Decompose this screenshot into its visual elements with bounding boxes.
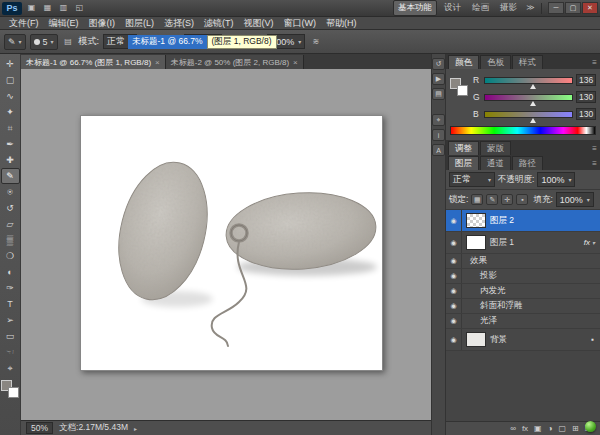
document-tab-1[interactable]: 未标题-1 @ 66.7% (图层 1, RGB/8) × — [21, 55, 166, 69]
quick-selection-tool[interactable]: ✦ — [1, 104, 20, 120]
eyedropper-tool[interactable]: ✒ — [1, 136, 20, 152]
maximize-button[interactable]: ▢ — [565, 2, 581, 14]
status-options-arrow-icon[interactable]: ▸ — [134, 425, 137, 432]
clone-stamp-tool[interactable]: ⍟ — [1, 184, 20, 200]
healing-brush-tool[interactable]: ✚ — [1, 152, 20, 168]
fill-select[interactable]: 100% ▾ — [556, 192, 594, 207]
tab-color[interactable]: 颜色 — [448, 55, 479, 69]
visibility-toggle[interactable]: ◉ — [446, 314, 462, 328]
document-tab-2[interactable]: 未标题-2 @ 50% (图层 2, RGB/8) × — [166, 55, 304, 69]
zoom-level-field[interactable]: 50% — [26, 422, 53, 434]
hand-tool[interactable]: ☜ — [1, 344, 20, 360]
history-panel-button[interactable]: ↺ — [432, 58, 445, 70]
layer-row-layer1[interactable]: ◉ 图层 1 fx ▾ — [446, 232, 600, 254]
effect-row-satin[interactable]: ◉ 光泽 — [446, 314, 600, 329]
workspace-painting-button[interactable]: 绘画 — [468, 1, 493, 15]
path-selection-tool[interactable]: ➢ — [1, 312, 20, 328]
menu-file[interactable]: 文件(F) — [4, 17, 44, 30]
blur-tool[interactable]: ❍ — [1, 248, 20, 264]
collapse-effects-icon[interactable]: ▾ — [592, 239, 595, 246]
document-canvas[interactable] — [80, 115, 383, 371]
menu-select[interactable]: 选择(S) — [159, 17, 199, 30]
styles-panel-button[interactable]: ▤ — [432, 88, 445, 100]
visibility-toggle[interactable]: ◉ — [446, 232, 462, 253]
layer-style-button[interactable]: fx — [522, 424, 528, 433]
lasso-tool[interactable]: ∿ — [1, 88, 20, 104]
visibility-toggle[interactable]: ◉ — [446, 254, 462, 268]
tab-channels[interactable]: 通道 — [480, 156, 511, 170]
bridge-icon[interactable]: ▣ — [25, 2, 38, 14]
lock-pixels-button[interactable]: ✎ — [486, 194, 498, 205]
blend-mode-select[interactable]: 正常 ▾ — [449, 172, 495, 187]
red-value-field[interactable]: 136 — [576, 74, 596, 86]
add-mask-button[interactable]: ▣ — [534, 424, 542, 433]
dodge-tool[interactable]: ◐ — [1, 264, 20, 280]
blue-slider[interactable] — [484, 111, 573, 118]
new-layer-button[interactable]: ⊞ — [572, 424, 579, 433]
info-panel-button[interactable]: i — [432, 129, 445, 141]
menu-edit[interactable]: 编辑(E) — [44, 17, 84, 30]
visibility-toggle[interactable]: ◉ — [446, 210, 462, 231]
layer-thumbnail[interactable] — [466, 213, 486, 228]
link-layers-button[interactable]: ∞ — [510, 424, 516, 433]
visibility-toggle[interactable]: ◉ — [446, 284, 462, 298]
effect-row-inner-glow[interactable]: ◉ 内发光 — [446, 284, 600, 299]
actions-panel-button[interactable]: ▶ — [432, 73, 445, 85]
lock-all-button[interactable]: ▪ — [516, 194, 528, 205]
history-brush-tool[interactable]: ↺ — [1, 200, 20, 216]
layer-thumbnail[interactable] — [466, 235, 486, 250]
workspace-overflow-icon[interactable]: ≫ — [524, 2, 537, 14]
blue-value-field[interactable]: 130 — [576, 108, 596, 120]
visibility-toggle[interactable]: ◉ — [446, 329, 462, 350]
background-color-swatch[interactable] — [457, 85, 468, 96]
layer-row-background[interactable]: ◉ 背景 ▪ — [446, 329, 600, 351]
red-slider[interactable] — [484, 77, 573, 84]
layer-style-badge[interactable]: fx ▾ — [584, 238, 595, 247]
panel-menu-icon[interactable]: ≡ — [592, 58, 600, 69]
effects-header-row[interactable]: ◉ 效果 — [446, 254, 600, 269]
pen-tool[interactable]: ✑ — [1, 280, 20, 296]
new-group-button[interactable]: ▢ — [559, 424, 567, 433]
visibility-toggle[interactable]: ◉ — [446, 299, 462, 313]
brush-tool[interactable]: ✎ — [1, 168, 20, 184]
tab-layers[interactable]: 图层 — [448, 156, 479, 170]
gradient-tool[interactable]: ▒ — [1, 232, 20, 248]
character-panel-button[interactable]: A — [432, 144, 445, 156]
tab-close-icon[interactable]: × — [293, 58, 298, 67]
workspace-design-button[interactable]: 设计 — [440, 1, 465, 15]
close-button[interactable]: ✕ — [582, 2, 598, 14]
panel-menu-icon[interactable]: ≡ — [592, 144, 600, 155]
toggle-brush-panel-button[interactable]: ▤ — [62, 36, 75, 48]
layer-row-layer2[interactable]: ◉ 图层 2 — [446, 210, 600, 232]
canvas-workspace[interactable] — [21, 69, 431, 420]
layer-thumbnail[interactable] — [466, 332, 486, 347]
type-tool[interactable]: T — [1, 296, 20, 312]
menu-help[interactable]: 帮助(H) — [321, 17, 362, 30]
panel-menu-icon[interactable]: ≡ — [592, 159, 600, 170]
workspace-basic-button[interactable]: 基本功能 — [393, 0, 437, 16]
lock-position-button[interactable]: ✛ — [501, 194, 513, 205]
minimize-button[interactable]: ─ — [548, 2, 564, 14]
color-spectrum-ramp[interactable] — [450, 126, 596, 135]
tab-paths[interactable]: 路径 — [512, 156, 543, 170]
navigator-panel-button[interactable]: ⌖ — [432, 114, 445, 126]
lock-transparency-button[interactable]: ▦ — [471, 194, 483, 205]
move-tool[interactable]: ✛ — [1, 56, 20, 72]
tab-adjustments[interactable]: 调整 — [448, 141, 479, 155]
view-extras-icon[interactable]: ▦ — [41, 2, 54, 14]
effect-row-bevel-emboss[interactable]: ◉ 斜面和浮雕 — [446, 299, 600, 314]
crop-tool[interactable]: ⌗ — [1, 120, 20, 136]
workspace-photography-button[interactable]: 摄影 — [496, 1, 521, 15]
adjustment-layer-button[interactable]: ◑ — [548, 424, 553, 433]
menu-view[interactable]: 视图(V) — [239, 17, 279, 30]
layer-opacity-select[interactable]: 100% ▾ — [537, 172, 575, 187]
menu-layer[interactable]: 图层(L) — [120, 17, 159, 30]
brush-preset-picker[interactable]: 5 ▾ — [30, 34, 58, 50]
tool-preset-picker[interactable]: ✎ ▾ — [4, 34, 26, 50]
tab-close-icon[interactable]: × — [155, 58, 160, 67]
effect-row-drop-shadow[interactable]: ◉ 投影 — [446, 269, 600, 284]
tab-swatches[interactable]: 色板 — [480, 55, 511, 69]
tab-styles[interactable]: 样式 — [512, 55, 543, 69]
slider-thumb[interactable] — [530, 118, 536, 123]
arrange-documents-icon[interactable]: ▥ — [57, 2, 70, 14]
